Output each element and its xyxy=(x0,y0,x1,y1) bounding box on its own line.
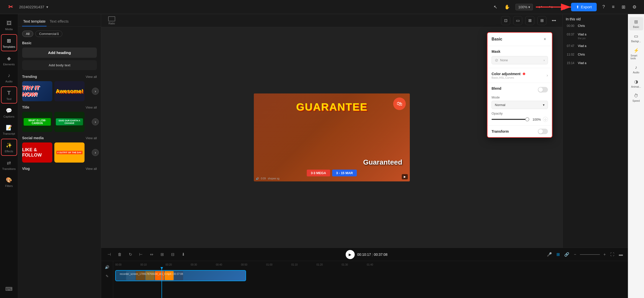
tl-fullscreen-btn[interactable]: ⛶ xyxy=(609,251,615,258)
title-item-2[interactable]: GIVE OUR EARTH A CHANGE xyxy=(54,112,85,132)
tl-split-btn[interactable]: ⊣ xyxy=(105,251,113,259)
filter-all[interactable]: All xyxy=(22,31,33,37)
tl-mirror-btn[interactable]: ⇔ xyxy=(147,251,155,259)
trending-view-all[interactable]: View all xyxy=(86,75,97,79)
title-item-1[interactable]: WHAT IS LOW-CARBON xyxy=(22,112,52,132)
undo-btn[interactable]: ↩ xyxy=(537,3,544,11)
transcript-item-4[interactable]: 15:14 Vlad a xyxy=(566,60,625,66)
tab-text-template[interactable]: Text template xyxy=(22,17,47,26)
right-panel-basic[interactable]: ⊞ Basic xyxy=(629,17,643,30)
sidebar-item-filters[interactable]: 🎨 Filters xyxy=(1,174,17,190)
audio-icon: ♪ xyxy=(6,72,13,79)
export-btn[interactable]: ⬆ Export xyxy=(571,3,597,11)
settings-btn[interactable]: ⚙ xyxy=(631,3,638,11)
canvas-more-btn[interactable]: ••• xyxy=(549,16,558,25)
media-icon: 🖼 xyxy=(6,20,13,27)
tl-minus-btn[interactable]: − xyxy=(573,251,577,258)
ruler-mark-0: 00:00 xyxy=(115,263,122,266)
ratio-button[interactable]: Ratio xyxy=(105,15,118,26)
transform-toggle[interactable] xyxy=(538,129,548,134)
vlog-view-all[interactable]: View all xyxy=(86,167,97,171)
transcript-item-3[interactable]: 11:02 Chris xyxy=(566,52,625,58)
tl-mic-btn[interactable]: 🎤 xyxy=(546,251,553,258)
social-item-2[interactable]: # OUTFIT OF THE DAY xyxy=(54,142,85,163)
sidebar-item-templates[interactable]: ⊞ Templates xyxy=(1,34,17,51)
canvas-expand-btn[interactable]: ⊡ xyxy=(501,16,510,25)
transcript-speaker-1: Vlad a xyxy=(578,33,586,36)
profile-btn[interactable]: 👤 xyxy=(558,3,567,11)
filter-commercial[interactable]: Commercial ℹ xyxy=(35,31,62,37)
sidebar-item-text[interactable]: T Text xyxy=(1,86,17,104)
icon-sidebar: 🖼 Media ⊞ Templates ◆ Elements ♪ Audio T… xyxy=(0,14,18,298)
sidebar-item-audio[interactable]: ♪ Audio xyxy=(1,69,17,85)
title-grid: WHAT IS LOW-CARBON GIVE OUR EARTH A CHAN… xyxy=(22,112,97,132)
blend-toggle[interactable] xyxy=(538,87,548,92)
menu-btn[interactable]: ≡ xyxy=(610,3,616,11)
transcript-item-2[interactable]: 07:47 Vlad a xyxy=(566,43,625,49)
right-panel-smart-tools[interactable]: ⚡ Smart tools xyxy=(629,46,643,62)
trending-next-btn[interactable]: › xyxy=(92,88,99,95)
tl-play-btn[interactable]: ▶ xyxy=(346,250,355,259)
tl-export2-btn[interactable]: ⬇ xyxy=(179,251,187,259)
canvas-portrait-btn[interactable]: ▭ xyxy=(513,16,522,25)
tl-trim-btn[interactable]: ⊢ xyxy=(137,251,145,259)
cursor-tool-btn[interactable]: ↖ xyxy=(492,3,499,11)
help-btn[interactable]: ? xyxy=(601,3,606,11)
project-selector[interactable]: 202402291437 ▾ xyxy=(19,5,48,9)
right-panel-background[interactable]: ▭ Backgr... xyxy=(629,31,643,45)
tl-volume-btn[interactable]: 🔊 xyxy=(103,263,111,271)
export-label: Export xyxy=(581,5,592,9)
sidebar-item-more[interactable]: ⌨ xyxy=(1,283,17,295)
tl-more2-btn[interactable]: ⊟ xyxy=(169,251,177,259)
trending-item-2[interactable]: Awesome! xyxy=(54,81,85,101)
layout-btn[interactable]: ⊞ xyxy=(620,3,627,11)
sidebar-item-transcript[interactable]: 📝 Transcript xyxy=(1,122,17,138)
trending-item-1[interactable]: TRY IT NOW! xyxy=(22,81,52,101)
tab-text-effects[interactable]: Text effects xyxy=(49,17,70,26)
tl-captions-btn[interactable]: ⊞ xyxy=(555,251,561,258)
mask-value: None xyxy=(500,58,508,62)
hand-tool-btn[interactable]: ✋ xyxy=(503,3,511,11)
opacity-slider[interactable] xyxy=(492,119,529,120)
tl-plus-btn[interactable]: + xyxy=(602,251,607,258)
right-panel-animation[interactable]: ◑ Animat... xyxy=(629,77,643,90)
video-play-controls[interactable]: ▶ xyxy=(402,174,408,179)
redo-btn[interactable]: ↪ xyxy=(548,3,554,11)
tl-delete-btn[interactable]: 🗑 xyxy=(116,251,124,259)
video-time: 🔊 xyxy=(256,177,259,180)
social-item-1[interactable]: LIKE & FOLLOW xyxy=(22,142,52,163)
transcript-item-0[interactable]: 00:00 Chris xyxy=(566,23,625,29)
transcript-item-1[interactable]: 03:37 Vlad a the po xyxy=(566,32,625,41)
sidebar-item-transitions[interactable]: ⇄ Transitions xyxy=(1,157,17,173)
right-panel-speed[interactable]: ⏱ Speed xyxy=(629,91,643,104)
track-clip-main[interactable]: recorder_screen_1709178766634_clip_0.mp4… xyxy=(115,270,246,281)
sidebar-item-elements[interactable]: ◆ Elements xyxy=(1,52,17,68)
blend-mode-select[interactable]: Normal ▾ xyxy=(492,101,548,109)
opacity-reset-btn[interactable]: ◇ xyxy=(543,117,548,122)
opacity-slider-thumb[interactable] xyxy=(525,117,529,121)
tl-subtitle-btn[interactable]: ▬ xyxy=(618,251,624,258)
social-next-btn[interactable]: › xyxy=(92,149,99,156)
social-view-all[interactable]: View all xyxy=(86,136,97,140)
title-next-btn[interactable]: › xyxy=(92,118,99,125)
tl-loop-btn[interactable]: ↻ xyxy=(126,251,134,259)
right-panel-audio[interactable]: ♪ Audio xyxy=(629,63,643,76)
tl-crop-btn[interactable]: ⊞ xyxy=(158,251,166,259)
add-body-text-btn[interactable]: Add body text xyxy=(22,60,97,70)
sidebar-item-effects[interactable]: ✨ Effects xyxy=(1,139,17,156)
tl-edit-btn[interactable]: ✎ xyxy=(103,272,111,280)
title-view-all[interactable]: View all xyxy=(86,106,97,109)
timeline-toolbar: ⊣ 🗑 ↻ ⊢ ⇔ ⊞ ⊟ ⬇ ▶ 00:10:17 | 00:37:08 xyxy=(101,248,628,261)
sidebar-item-captions[interactable]: 💬 Captions xyxy=(1,105,17,121)
playhead[interactable] xyxy=(162,267,162,298)
tl-link-btn[interactable]: 🔗 xyxy=(563,251,570,258)
zoom-selector[interactable]: 100% ▾ xyxy=(515,4,533,10)
color-adj-row[interactable]: Color adjustment Basic,HSL,Curves › xyxy=(492,72,548,79)
mask-select[interactable]: ⊘ None › xyxy=(492,56,548,64)
add-heading-btn[interactable]: Add heading xyxy=(22,47,97,58)
basic-panel-close-btn[interactable]: × xyxy=(542,36,548,42)
video-banner-sale: 3·3 MEGA xyxy=(307,170,330,176)
canvas-multi-btn[interactable]: ⊞ xyxy=(537,16,546,25)
sidebar-item-media[interactable]: 🖼 Media xyxy=(1,17,17,33)
canvas-crop-btn[interactable]: ⊠ xyxy=(525,16,534,25)
